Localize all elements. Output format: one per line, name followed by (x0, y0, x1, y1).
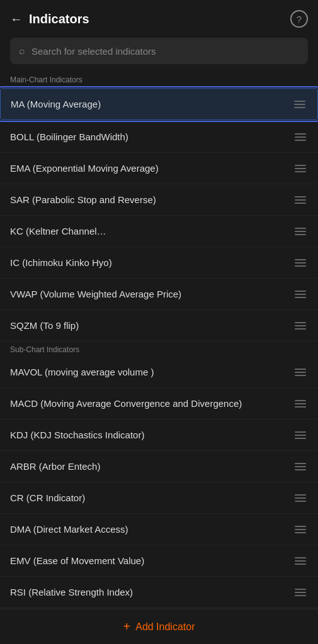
indicator-label-rsi: RSI (Relative Strength Index) (10, 587, 293, 597)
indicator-item-ma[interactable]: MA (Moving Average) (0, 88, 318, 120)
help-button[interactable]: ? (290, 10, 308, 28)
indicator-item-emv[interactable]: EMV (Ease of Movement Value) (0, 545, 318, 577)
indicator-item-mavol[interactable]: MAVOL (moving average volume ) (0, 357, 318, 388)
drag-handle-sar[interactable] (293, 196, 308, 204)
indicator-label-ic: IC (Ichimoku Kinko Hyo) (10, 257, 293, 268)
indicator-label-mavol: MAVOL (moving average volume ) (10, 367, 293, 377)
drag-handle-mavol[interactable] (293, 369, 308, 376)
indicator-label-arbr: ARBR (Arbor Entech) (10, 461, 293, 472)
indicator-label-cr: CR (CR Indicator) (10, 492, 293, 503)
drag-handle-dma[interactable] (293, 526, 308, 533)
indicator-item-cr[interactable]: CR (CR Indicator) (0, 482, 318, 514)
search-bar[interactable]: ⌕ Search for selected indicators (10, 38, 308, 64)
drag-handle-boll[interactable] (293, 133, 308, 141)
drag-handle-rsi[interactable] (293, 589, 308, 596)
drag-handle-macd[interactable] (293, 400, 308, 408)
drag-handle-vwap[interactable] (293, 291, 308, 298)
indicator-item-dma[interactable]: DMA (Direct Market Access) (0, 514, 318, 545)
back-button[interactable]: ← (10, 12, 23, 26)
drag-handle-emv[interactable] (293, 557, 308, 565)
indicator-item-sar[interactable]: SAR (Parabolic Stop and Reverse) (0, 184, 318, 216)
indicator-item-kdj[interactable]: KDJ (KDJ Stochastics Indicator) (0, 419, 318, 451)
indicator-label-kc: KC (Keltner Channel… (10, 226, 293, 236)
indicator-item-ema[interactable]: EMA (Exponential Moving Average) (0, 153, 318, 184)
section-label-0: Main-Chart Indicators (0, 72, 318, 87)
indicator-item-ic[interactable]: IC (Ichimoku Kinko Hyo) (0, 247, 318, 279)
indicator-label-kdj: KDJ (KDJ Stochastics Indicator) (10, 430, 293, 440)
drag-handle-sqz[interactable] (293, 322, 308, 330)
indicator-label-macd: MACD (Moving Average Convergence and Div… (10, 398, 293, 409)
indicator-label-dma: DMA (Direct Market Access) (10, 524, 293, 535)
content-area: Main-Chart IndicatorsMA (Moving Average)… (0, 72, 318, 644)
indicator-label-boll: BOLL (Boilinger BandWidth) (10, 131, 293, 142)
indicator-item-rsi[interactable]: RSI (Relative Strength Index) (0, 577, 318, 608)
drag-handle-ic[interactable] (293, 259, 308, 267)
drag-handle-ema[interactable] (293, 165, 308, 172)
drag-handle-kdj[interactable] (293, 431, 308, 439)
indicator-item-arbr[interactable]: ARBR (Arbor Entech) (0, 451, 318, 482)
indicator-item-sqz[interactable]: SQZM (To 9 flip) (0, 310, 318, 341)
section-label-1: Sub-Chart Indicators (0, 341, 318, 357)
search-icon: ⌕ (19, 45, 25, 57)
indicator-label-ema: EMA (Exponential Moving Average) (10, 163, 293, 174)
indicator-label-ma: MA (Moving Average) (11, 99, 292, 109)
drag-handle-arbr[interactable] (293, 463, 308, 470)
drag-handle-ma[interactable] (292, 101, 307, 108)
drag-handle-kc[interactable] (293, 228, 308, 235)
add-indicator-bar[interactable]: + Add Indicator (0, 609, 318, 644)
indicator-item-vwap[interactable]: VWAP (Volume Weighted Average Price) (0, 279, 318, 310)
help-icon-label: ? (297, 14, 302, 25)
indicator-item-boll[interactable]: BOLL (Boilinger BandWidth) (0, 121, 318, 153)
header: ← Indicators ? (0, 0, 318, 35)
indicator-item-kc[interactable]: KC (Keltner Channel… (0, 216, 318, 247)
indicator-label-sar: SAR (Parabolic Stop and Reverse) (10, 194, 293, 205)
add-indicator-label: Add Indicator (135, 621, 195, 633)
indicator-label-sqz: SQZM (To 9 flip) (10, 320, 293, 331)
search-placeholder: Search for selected indicators (31, 46, 156, 57)
page-title: Indicators (29, 12, 89, 26)
indicator-label-emv: EMV (Ease of Movement Value) (10, 555, 293, 566)
indicator-label-vwap: VWAP (Volume Weighted Average Price) (10, 289, 293, 299)
indicator-item-macd[interactable]: MACD (Moving Average Convergence and Div… (0, 388, 318, 419)
add-plus-icon: + (123, 619, 131, 634)
header-left: ← Indicators (10, 12, 89, 26)
drag-handle-cr[interactable] (293, 494, 308, 502)
